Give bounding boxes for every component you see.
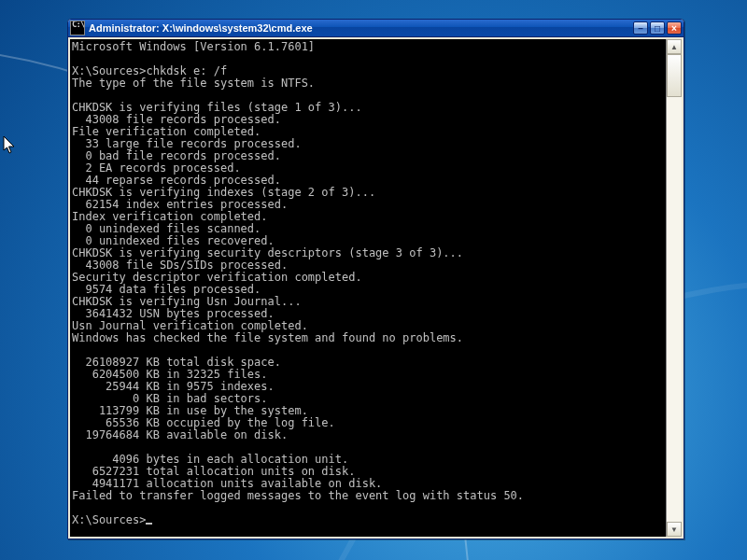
scroll-down-button[interactable]: ▼ [667, 522, 682, 537]
minimize-button[interactable]: – [633, 21, 648, 35]
maximize-button[interactable]: □ [650, 21, 665, 35]
minimize-icon: – [638, 23, 643, 34]
chevron-up-icon: ▲ [670, 43, 678, 51]
close-icon: × [671, 23, 677, 34]
console-client-area: Microsoft Windows [Version 6.1.7601] X:\… [68, 37, 684, 539]
scrollbar-thumb[interactable] [667, 54, 682, 97]
window-title: Administrator: X:\windows\system32\cmd.e… [89, 22, 633, 34]
cursor-caret [146, 523, 152, 525]
chevron-down-icon: ▼ [670, 525, 678, 534]
titlebar[interactable]: C:\ Administrator: X:\windows\system32\c… [68, 20, 684, 37]
console-output[interactable]: Microsoft Windows [Version 6.1.7601] X:\… [70, 39, 666, 537]
vertical-scrollbar[interactable]: ▲ ▼ [666, 39, 682, 537]
scrollbar-track[interactable] [667, 54, 682, 522]
cmd-window: C:\ Administrator: X:\windows\system32\c… [67, 19, 684, 539]
cursor-pointer-icon [3, 136, 16, 155]
close-button[interactable]: × [667, 21, 682, 35]
scroll-up-button[interactable]: ▲ [667, 39, 682, 54]
maximize-icon: □ [655, 23, 660, 34]
cmd-icon: C:\ [70, 21, 85, 35]
